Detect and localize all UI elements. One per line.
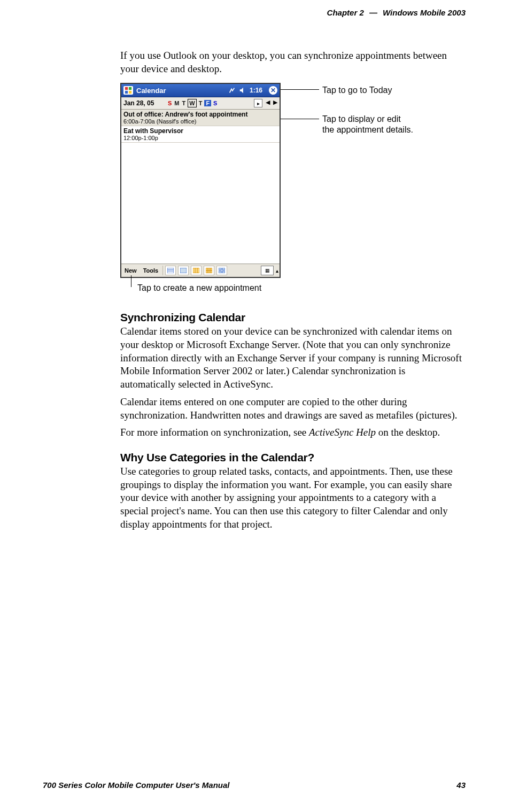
tools-button[interactable]: Tools [141,266,161,275]
view-day-icon[interactable] [178,266,189,275]
sync-paragraph-3: For more information on synchronization,… [120,426,462,439]
view-year-icon[interactable] [216,266,227,275]
clock-time[interactable]: 1:16 [250,87,262,94]
view-week-icon[interactable] [191,266,202,275]
callout-today: Tap to go to Today [322,85,392,95]
svg-rect-4 [167,268,174,273]
new-button[interactable]: New [122,266,139,275]
sync-paragraph-1: Calendar items stored on your device can… [120,325,462,391]
device-screenshot: Calendar 1:16 ✕ Jan 28, 05 S M T [120,83,281,278]
callout-line [281,89,319,90]
appointment-title: Out of office: Andrew's foot appointment [123,111,277,118]
appointment-title: Eat with Supervisor [123,127,277,135]
day-fri[interactable]: F [204,100,211,106]
connectivity-icon[interactable] [228,87,236,94]
next-arrow-icon[interactable]: ▶ [273,99,277,107]
callout-new-appointment: Tap to create a new appointment [137,283,261,293]
view-month-icon[interactable] [204,266,214,275]
goto-date-icon[interactable]: ▸ [254,99,262,107]
intro-paragraph: If you use Outlook on your desktop, you … [120,49,462,75]
device-titlebar: Calendar 1:16 ✕ [121,84,280,97]
keyboard-icon[interactable]: ▦ [261,266,274,275]
svg-rect-1 [129,87,131,90]
footer-page-number: 43 [456,780,466,790]
svg-rect-17 [222,268,225,270]
day-sat[interactable]: S [213,100,218,106]
svg-rect-19 [222,271,225,273]
svg-rect-2 [125,91,128,94]
svg-rect-18 [219,271,221,273]
sync-p3-b: on the desktop. [376,427,440,438]
sip-up-icon[interactable]: ▴ [276,268,278,274]
day-wed[interactable]: W [188,99,196,107]
appointment-list: Out of office: Andrew's foot appointment… [121,110,280,264]
device-toolbar: New Tools ▦ ▴ [121,264,280,277]
appointment-subtitle: 12:00p-1:00p [123,135,277,141]
page-footer: 700 Series Color Mobile Computer User's … [43,780,466,790]
sync-paragraph-2: Calendar items entered on one computer a… [120,396,462,422]
day-mon[interactable]: M [174,100,180,106]
callout-edit: Tap to display or edit the appointment d… [322,114,413,134]
svg-rect-16 [219,268,221,270]
heading-sync-calendar: Synchronizing Calendar [120,311,462,324]
callout-edit-line2: the appointment details. [322,125,413,134]
svg-rect-3 [129,91,131,94]
svg-rect-8 [193,268,199,273]
svg-rect-0 [125,87,128,90]
header-title: Windows Mobile 2003 [383,8,466,17]
prev-arrow-icon[interactable]: ◀ [266,99,270,107]
callout-line [131,275,131,287]
calendar-figure: Calendar 1:16 ✕ Jan 28, 05 S M T [120,83,462,299]
day-sun[interactable]: S [167,100,172,106]
app-title: Calendar [136,87,166,95]
callout-edit-line1: Tap to display or edit [322,114,401,123]
chapter-label: Chapter 2 [327,8,364,17]
current-date: Jan 28, 05 [123,99,162,107]
start-flag-icon[interactable] [123,86,133,95]
appointment-item[interactable]: Eat with Supervisor 12:00p-1:00p [121,126,280,143]
categories-paragraph: Use categories to group related tasks, c… [120,465,462,531]
appointment-subtitle: 6:00a-7:00a (Nassif's office) [123,118,277,125]
sync-p3-a: For more information on synchronization,… [120,427,309,438]
day-tue[interactable]: T [182,100,187,106]
weekday-picker[interactable]: S M T W T F S [167,99,218,107]
running-header: Chapter 2 — Windows Mobile 2003 [0,8,466,17]
activesync-help-ref: ActiveSync Help [309,427,376,438]
heading-categories: Why Use Categories in the Calendar? [120,451,462,464]
callout-line [281,119,319,119]
date-bar: Jan 28, 05 S M T W T F S ▸ ◀ ▶ [121,97,280,110]
svg-rect-7 [180,268,187,273]
header-separator: — [369,8,377,17]
appointment-item[interactable]: Out of office: Andrew's foot appointment… [121,110,280,126]
volume-icon[interactable] [239,87,246,94]
footer-manual-title: 700 Series Color Mobile Computer User's … [43,780,230,790]
day-thu[interactable]: T [198,100,203,106]
view-agenda-icon[interactable] [165,266,176,275]
close-icon[interactable]: ✕ [269,86,277,95]
